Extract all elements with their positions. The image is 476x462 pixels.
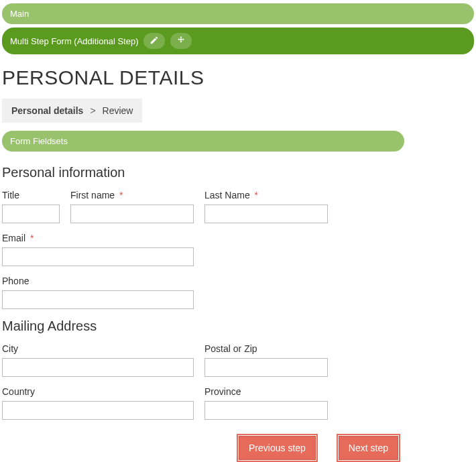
field-first-name: First name * bbox=[70, 190, 194, 223]
breadcrumb-step-review[interactable]: Review bbox=[103, 105, 133, 116]
label-city-text: City bbox=[2, 343, 18, 354]
label-province: Province bbox=[204, 386, 328, 397]
label-phone: Phone bbox=[2, 276, 194, 286]
next-step-button[interactable]: Next step bbox=[339, 436, 398, 460]
label-country: Country bbox=[2, 386, 194, 397]
field-country: Country bbox=[2, 386, 194, 420]
region-bar-main-label: Main bbox=[10, 9, 29, 19]
field-title: Title bbox=[2, 190, 60, 223]
button-row: Previous step Next step bbox=[0, 436, 398, 460]
row-country-province: Country Province bbox=[2, 386, 476, 420]
label-postal: Postal or Zip bbox=[204, 343, 328, 354]
field-last-name: Last Name * bbox=[204, 190, 328, 223]
pencil-icon bbox=[150, 36, 159, 47]
label-city: City bbox=[2, 343, 194, 354]
move-button[interactable] bbox=[170, 33, 192, 49]
input-province[interactable] bbox=[204, 401, 328, 420]
input-first-name[interactable] bbox=[70, 205, 194, 223]
breadcrumb: Personal details > Review bbox=[2, 99, 142, 123]
input-phone[interactable] bbox=[2, 290, 194, 309]
input-email[interactable] bbox=[2, 247, 194, 266]
input-postal[interactable] bbox=[204, 358, 328, 377]
input-city[interactable] bbox=[2, 358, 194, 377]
breadcrumb-separator: > bbox=[90, 105, 95, 116]
label-last-name: Last Name * bbox=[204, 190, 328, 200]
label-country-text: Country bbox=[2, 386, 35, 397]
label-email: Email * bbox=[2, 233, 194, 243]
section-heading-personal: Personal information bbox=[2, 165, 476, 180]
row-email: Email * bbox=[2, 233, 476, 266]
field-email: Email * bbox=[2, 233, 194, 266]
label-last-name-text: Last Name bbox=[204, 190, 250, 200]
region-bar-fieldsets: Form Fieldsets bbox=[2, 131, 404, 152]
label-title: Title bbox=[2, 190, 60, 200]
label-title-text: Title bbox=[2, 190, 19, 200]
page-title: PERSONAL DETAILS bbox=[2, 66, 476, 89]
edit-button[interactable] bbox=[143, 33, 165, 49]
field-province: Province bbox=[204, 386, 328, 420]
label-email-text: Email bbox=[2, 233, 25, 243]
input-title[interactable] bbox=[2, 205, 60, 223]
breadcrumb-step-personal[interactable]: Personal details bbox=[11, 105, 83, 116]
row-phone: Phone bbox=[2, 276, 476, 309]
region-bar-fieldsets-label: Form Fieldsets bbox=[10, 136, 68, 146]
label-first-name: First name * bbox=[70, 190, 194, 200]
region-bar-main: Main bbox=[2, 3, 474, 24]
field-phone: Phone bbox=[2, 276, 194, 309]
field-postal: Postal or Zip bbox=[204, 343, 328, 377]
field-city: City bbox=[2, 343, 194, 377]
label-phone-text: Phone bbox=[2, 276, 29, 286]
required-marker: * bbox=[255, 190, 258, 200]
required-marker: * bbox=[119, 190, 123, 200]
region-bar-multistep: Multi Step Form (Additional Step) bbox=[2, 27, 474, 54]
label-province-text: Province bbox=[204, 386, 241, 397]
row-city-postal: City Postal or Zip bbox=[2, 343, 476, 377]
move-icon bbox=[176, 36, 186, 47]
label-postal-text: Postal or Zip bbox=[204, 343, 257, 354]
row-title-name: Title First name * Last Name * bbox=[2, 190, 476, 223]
required-marker: * bbox=[30, 233, 34, 243]
label-first-name-text: First name bbox=[70, 190, 115, 200]
input-last-name[interactable] bbox=[204, 205, 328, 223]
section-heading-mailing: Mailing Address bbox=[2, 319, 476, 334]
region-bar-multistep-label: Multi Step Form (Additional Step) bbox=[10, 36, 138, 46]
input-country[interactable] bbox=[2, 401, 194, 420]
previous-step-button[interactable]: Previous step bbox=[239, 436, 316, 460]
